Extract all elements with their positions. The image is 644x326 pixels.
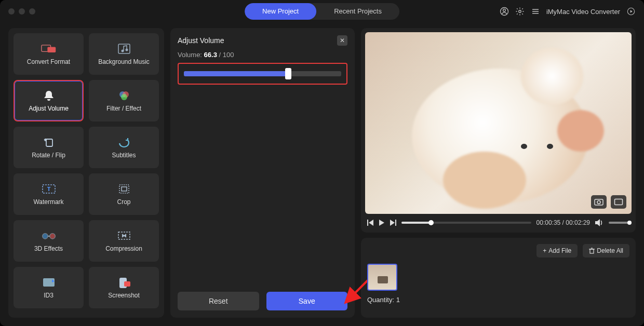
- right-column: 00:00:35 / 00:02:29 +Add File Delete All…: [361, 28, 636, 318]
- close-button[interactable]: ✕: [337, 35, 347, 46]
- menu-icon[interactable]: [531, 7, 540, 16]
- svg-rect-37: [395, 220, 396, 226]
- tool-screenshot[interactable]: Screenshot: [89, 267, 159, 308]
- tool-label: Crop: [117, 198, 130, 206]
- tool-adjust-volume[interactable]: Adjust Volume: [14, 80, 84, 121]
- volume-value: 66.3: [204, 51, 217, 59]
- tool-crop[interactable]: Crop: [89, 173, 159, 215]
- delete-all-button[interactable]: Delete All: [583, 244, 629, 257]
- watermark-icon: T: [41, 183, 57, 195]
- save-button[interactable]: Save: [266, 292, 348, 310]
- tool-label: Subtitles: [112, 152, 136, 159]
- tool-background-music[interactable]: Background Music: [89, 33, 159, 75]
- tool-label: Background Music: [98, 58, 150, 65]
- prev-button[interactable]: [367, 220, 374, 226]
- volume-slider-highlight: [178, 63, 347, 85]
- snapshot-button[interactable]: [591, 195, 607, 209]
- play-button[interactable]: [379, 220, 385, 226]
- close-window-icon[interactable]: [8, 8, 15, 15]
- svg-marker-38: [595, 219, 600, 226]
- svg-point-15: [121, 94, 127, 100]
- tool-convert-format[interactable]: Convert Format: [14, 33, 84, 75]
- tool-label: Rotate / Flip: [32, 152, 65, 159]
- volume-icon[interactable]: [595, 219, 603, 226]
- window-controls: [8, 8, 35, 15]
- file-thumbnail[interactable]: [367, 264, 397, 291]
- tab-new-project[interactable]: New Project: [245, 3, 316, 20]
- svg-marker-36: [390, 220, 395, 226]
- rotate-icon: [41, 136, 57, 148]
- tool-rotate-flip[interactable]: Rotate / Flip: [14, 127, 84, 168]
- svg-rect-30: [595, 199, 603, 205]
- video-preview-panel: 00:00:35 / 00:02:29: [361, 28, 636, 233]
- account-icon[interactable]: [500, 7, 509, 16]
- trash-icon: [589, 248, 595, 254]
- adjust-volume-panel: Adjust Volume ✕ Volume: 66.3 / 100 Reset…: [170, 28, 355, 318]
- plus-icon: +: [543, 247, 546, 254]
- panel-footer: Reset Save: [178, 292, 347, 310]
- svg-point-22: [49, 234, 55, 239]
- video-canvas[interactable]: [365, 32, 632, 214]
- tool-id3[interactable]: ID3: [14, 267, 84, 308]
- tool-label: ID3: [44, 292, 53, 299]
- tool-subtitles[interactable]: Subtitles: [89, 127, 159, 168]
- svg-marker-35: [379, 220, 384, 226]
- minimize-window-icon[interactable]: [19, 8, 25, 15]
- volume-slider[interactable]: [184, 71, 341, 76]
- titlebar-right: iMyMac Video Converter: [500, 7, 636, 16]
- delete-all-label: Delete All: [597, 247, 623, 254]
- svg-rect-25: [43, 278, 55, 287]
- tool-compression[interactable]: Compression: [89, 220, 159, 262]
- tool-watermark[interactable]: T Watermark: [14, 173, 84, 215]
- quantity-value: 1: [396, 296, 400, 304]
- progress-bar[interactable]: [401, 222, 531, 224]
- progress-handle[interactable]: [428, 220, 434, 225]
- quantity-readout: Quantity: 1: [367, 296, 629, 304]
- subtitles-icon: [116, 136, 132, 148]
- play-badge-icon: [626, 7, 636, 16]
- thumbnail-list: [367, 264, 629, 291]
- tool-label: Adjust Volume: [29, 105, 69, 112]
- compression-icon: [116, 229, 132, 242]
- svg-rect-19: [119, 185, 129, 193]
- reset-button[interactable]: Reset: [178, 292, 259, 310]
- app-title: iMyMac Video Converter: [546, 8, 620, 16]
- main-content: Convert Format Background Music Adjust V…: [0, 23, 644, 326]
- svg-point-31: [597, 201, 600, 204]
- tool-label: Convert Format: [27, 58, 70, 65]
- svg-text:T: T: [47, 186, 50, 192]
- time-display: 00:00:35 / 00:02:29: [536, 219, 590, 226]
- volume-readout: Volume: 66.3 / 100: [178, 51, 347, 59]
- svg-point-2: [519, 10, 521, 13]
- music-icon: [116, 43, 132, 55]
- maximize-window-icon[interactable]: [29, 8, 35, 15]
- next-button[interactable]: [389, 220, 396, 226]
- svg-point-21: [42, 234, 48, 239]
- player-volume-slider[interactable]: [609, 222, 629, 224]
- svg-point-12: [125, 49, 128, 51]
- svg-rect-10: [118, 44, 130, 53]
- crop-icon: [116, 183, 132, 195]
- tab-recent-projects[interactable]: Recent Projects: [316, 3, 399, 20]
- progress-fill: [401, 222, 431, 224]
- slider-fill: [184, 71, 288, 76]
- filter-icon: [116, 89, 132, 102]
- svg-rect-9: [47, 47, 56, 52]
- player-controls: 00:00:35 / 00:02:29: [365, 214, 632, 228]
- svg-point-1: [503, 9, 506, 11]
- panel-title: Adjust Volume: [178, 36, 224, 45]
- tool-3d-effects[interactable]: 3D Effects: [14, 220, 84, 262]
- svg-rect-16: [46, 139, 52, 146]
- tool-label: 3D Effects: [34, 245, 63, 252]
- quantity-label: Quantity:: [367, 296, 396, 304]
- tool-label: Filter / Effect: [106, 105, 141, 112]
- fullscreen-button[interactable]: [611, 195, 626, 209]
- tool-filter-effect[interactable]: Filter / Effect: [89, 80, 159, 121]
- settings-icon[interactable]: [515, 7, 525, 16]
- slider-thumb[interactable]: [285, 68, 291, 79]
- titlebar: New Project Recent Projects iMyMac Video…: [0, 0, 644, 23]
- bell-icon: [41, 89, 57, 102]
- svg-rect-32: [615, 199, 623, 205]
- glasses-icon: [41, 229, 57, 242]
- add-file-button[interactable]: +Add File: [536, 244, 578, 257]
